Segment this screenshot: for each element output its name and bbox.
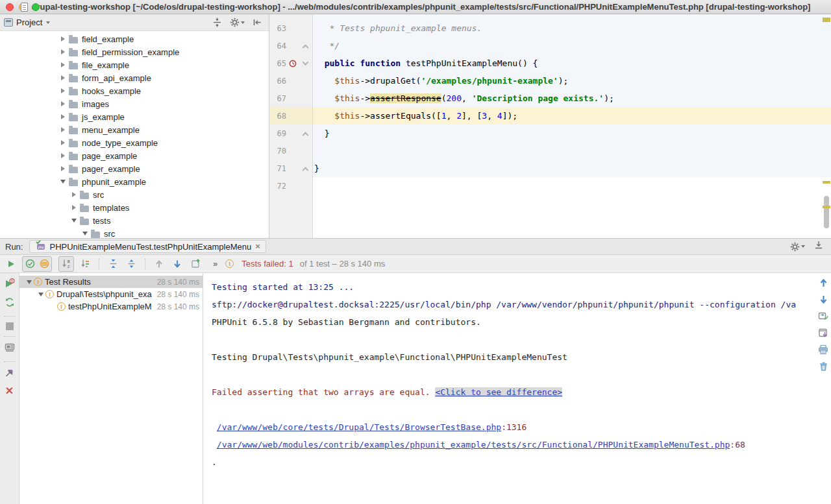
code-editor[interactable]: 63 * Tests phpunit_example menus.64 */65… — [269, 14, 831, 238]
console-settings-icon[interactable] — [818, 311, 828, 321]
code-line-text[interactable]: $this->assertResponse(200, 'Description … — [313, 90, 831, 107]
close-icon[interactable] — [5, 387, 14, 396]
console-link[interactable]: <Click to see difference> — [435, 387, 562, 397]
more-actions-icon[interactable] — [213, 259, 217, 269]
code-line-text[interactable]: public function testPhpUnitExampleMenu()… — [313, 54, 831, 72]
hide-panel-icon[interactable] — [253, 18, 262, 27]
project-tree-item[interactable]: src — [0, 227, 269, 238]
editor-scrollbar-thumb[interactable] — [824, 196, 829, 228]
editor-gutter[interactable]: 67 — [269, 90, 313, 107]
clear-all-icon[interactable] — [819, 361, 828, 372]
project-tree-item[interactable]: tests — [0, 214, 269, 227]
code-line-text[interactable]: $this->assertEquals([1, 2], [3, 4]); — [313, 107, 831, 125]
code-line[interactable]: 65 public function testPhpUnitExampleMen… — [269, 54, 831, 72]
collapse-all-icon[interactable] — [124, 257, 138, 271]
project-panel-title[interactable]: Project — [16, 18, 42, 27]
show-ignored-icon[interactable] — [37, 257, 51, 271]
code-line[interactable]: 72 — [269, 177, 831, 195]
editor-gutter[interactable]: 68 — [269, 107, 313, 125]
line-number[interactable]: 69 — [269, 129, 286, 138]
scroll-from-source-icon[interactable] — [212, 18, 222, 27]
chevron-right-icon[interactable] — [58, 62, 68, 67]
test-failed-clock-icon[interactable] — [286, 60, 299, 67]
code-line[interactable]: 68 $this->assertEquals([1, 2], [3, 4]); — [269, 107, 831, 125]
run-configuration-tab[interactable]: php PHPUnitExampleMenuTest.testPhpUnitEx… — [29, 240, 266, 253]
chevron-right-icon[interactable] — [69, 205, 79, 210]
chevron-right-icon[interactable] — [58, 153, 68, 158]
code-line-text[interactable]: * Tests phpunit_example menus. — [313, 19, 831, 37]
project-tree-item[interactable]: page_example — [0, 149, 269, 162]
rerun-failed-tests-icon[interactable] — [5, 278, 15, 291]
chevron-right-icon[interactable] — [58, 127, 68, 132]
line-number[interactable]: 64 — [269, 42, 286, 51]
line-number[interactable]: 67 — [269, 94, 286, 103]
test-console[interactable]: Testing started at 13:25 ...sftp://docke… — [203, 273, 831, 504]
fold-marker-icon[interactable] — [299, 43, 311, 48]
project-tree-item[interactable]: node_type_example — [0, 136, 269, 149]
chevron-down-icon[interactable] — [81, 232, 90, 235]
editor-gutter[interactable]: 70 — [269, 142, 313, 160]
project-tree-item[interactable]: field_example — [0, 32, 269, 45]
line-number[interactable]: 66 — [269, 77, 286, 86]
stop-icon[interactable] — [6, 322, 14, 330]
chevron-right-icon[interactable] — [58, 114, 68, 119]
sort-alphabetically-icon[interactable]: az — [59, 257, 73, 271]
next-failed-test-icon[interactable] — [170, 257, 184, 271]
chevron-down-icon[interactable] — [69, 219, 79, 222]
expand-all-icon[interactable] — [106, 257, 120, 271]
code-line[interactable]: 69 } — [269, 125, 831, 142]
code-line-text[interactable]: $this->drupalGet('/examples/phpunit-exam… — [313, 72, 831, 90]
code-line[interactable]: 70 — [269, 142, 831, 160]
code-line-text[interactable]: } — [313, 160, 831, 177]
export-test-results-icon[interactable] — [188, 257, 203, 271]
project-tree-item[interactable]: file_example — [0, 58, 269, 71]
previous-failed-test-icon[interactable] — [152, 257, 166, 271]
editor-error-stripe[interactable] — [822, 14, 831, 238]
chevron-right-icon[interactable] — [58, 88, 68, 93]
chevron-right-icon[interactable] — [58, 49, 68, 54]
chevron-down-icon[interactable] — [25, 280, 34, 284]
pin-tab-icon[interactable] — [5, 368, 15, 381]
rerun-icon[interactable] — [4, 257, 18, 271]
console-link[interactable]: /var/www/web/core/tests/Drupal/Tests/Bro… — [217, 422, 501, 432]
test-tree-item[interactable]: testPhpUnitExampleM28 s 140 ms — [19, 300, 203, 313]
chevron-down-icon[interactable] — [46, 21, 50, 24]
line-number[interactable]: 72 — [269, 182, 286, 191]
line-number[interactable]: 68 — [269, 112, 286, 121]
warning-stripe-mark[interactable] — [823, 181, 830, 184]
project-tree-item[interactable]: field_permission_example — [0, 45, 269, 58]
code-line[interactable]: 64 */ — [269, 37, 831, 54]
project-tree-item[interactable]: hooks_example — [0, 84, 269, 97]
chevron-right-icon[interactable] — [58, 166, 68, 171]
project-tree-item[interactable]: src — [0, 188, 269, 201]
zoom-window-button[interactable] — [32, 3, 40, 11]
line-number[interactable]: 63 — [269, 24, 286, 33]
line-number[interactable]: 70 — [269, 147, 286, 156]
editor-gutter[interactable]: 65 — [269, 54, 313, 72]
code-line-text[interactable]: */ — [313, 37, 831, 54]
project-tree-item[interactable]: images — [0, 97, 269, 110]
editor-gutter[interactable]: 69 — [269, 125, 313, 142]
code-line-text[interactable]: } — [313, 125, 831, 142]
code-line[interactable]: 66 $this->drupalGet('/examples/phpunit-e… — [269, 72, 831, 90]
sort-by-duration-icon[interactable] — [78, 257, 92, 271]
editor-gutter[interactable]: 66 — [269, 72, 313, 90]
test-tree-item[interactable]: Drupal\Tests\phpunit_exa28 s 140 ms — [19, 288, 203, 300]
project-tree-item[interactable]: pager_example — [0, 162, 269, 175]
chevron-right-icon[interactable] — [58, 75, 68, 80]
import-test-results-icon[interactable] — [818, 328, 828, 338]
project-tree-item[interactable]: phpunit_example — [0, 175, 269, 188]
gear-icon[interactable] — [230, 18, 245, 27]
down-stack-trace-icon[interactable] — [819, 294, 828, 304]
up-stack-trace-icon[interactable] — [819, 278, 828, 288]
fold-marker-icon[interactable] — [299, 61, 311, 66]
console-link[interactable]: /var/www/web/modules/contrib/examples/ph… — [217, 440, 730, 450]
hide-panel-icon[interactable] — [814, 241, 823, 252]
project-tree-item[interactable]: templates — [0, 201, 269, 214]
print-icon[interactable] — [818, 344, 828, 355]
chevron-right-icon[interactable] — [58, 36, 68, 42]
editor-gutter[interactable]: 63 — [269, 19, 313, 37]
line-number[interactable]: 65 — [269, 59, 286, 68]
project-tree-item[interactable]: menu_example — [0, 123, 269, 136]
close-window-button[interactable] — [6, 3, 14, 11]
